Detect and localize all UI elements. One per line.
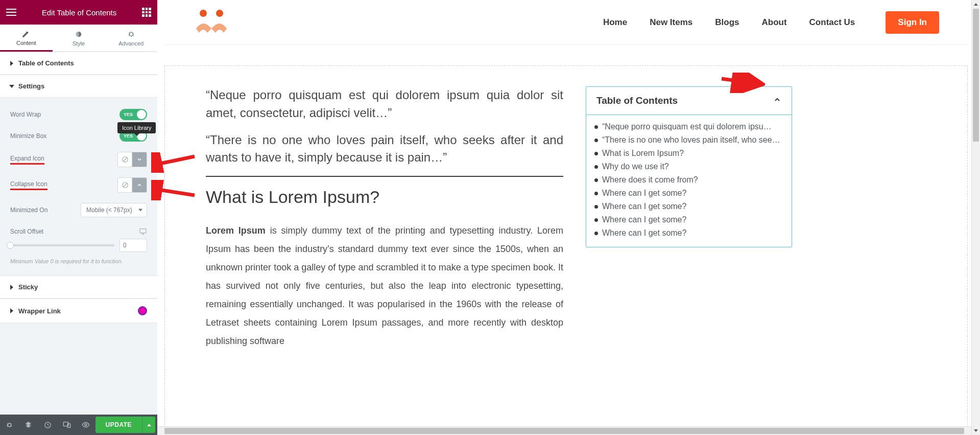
svg-point-10: [85, 424, 87, 426]
navigator-icon[interactable]: [19, 415, 38, 435]
nav-contact[interactable]: Contact Us: [809, 17, 855, 28]
toc-link: Where can I get some?: [602, 228, 686, 238]
minimized-on-select[interactable]: Mobile (< 767px): [81, 203, 147, 217]
caret-down-icon: [9, 85, 14, 88]
scroll-offset-label: Scroll Offset: [10, 228, 136, 235]
responsive-icon[interactable]: [57, 415, 76, 435]
tooltip-icon-library: Icon Library: [117, 122, 156, 133]
toc-item[interactable]: Where can I get some?: [594, 187, 783, 200]
word-wrap-toggle[interactable]: YES: [119, 109, 147, 120]
bullet-icon: [594, 205, 598, 209]
toc-item[interactable]: Where can I get some?: [594, 226, 783, 240]
nav-blogs[interactable]: Blogs: [715, 17, 739, 28]
svg-line-2: [123, 157, 127, 162]
toc-collapse-button[interactable]: [773, 96, 781, 106]
collapse-icon-button[interactable]: [132, 178, 147, 192]
section-wrapper-link[interactable]: Wrapper Link: [0, 299, 157, 323]
control-collapse-icon: Collapse Icon: [10, 172, 147, 198]
menu-icon[interactable]: [6, 9, 16, 16]
para-strong: Lorem Ipsum: [206, 225, 266, 236]
toc-title: Table of Contents: [596, 95, 678, 106]
update-dropdown[interactable]: [142, 417, 155, 433]
toc-link: Where can I get some?: [602, 215, 686, 224]
toc-link: Where can I get some?: [602, 202, 686, 211]
tab-content-label: Content: [16, 40, 36, 46]
toc-body: “Neque porro quisquam est qui dolorem ip…: [586, 115, 792, 247]
scroll-offset-hint: Minimum Value 0 is required for it to fu…: [10, 256, 147, 269]
scroll-offset-slider[interactable]: [10, 244, 114, 246]
scroll-up-button[interactable]: [972, 0, 980, 9]
plugin-badge-icon: [138, 306, 147, 315]
scroll-offset-input[interactable]: [119, 239, 147, 252]
scroll-down-button[interactable]: [972, 426, 980, 435]
toc-link: “There is no one who loves pain itself, …: [602, 135, 780, 145]
bullet-icon: [594, 165, 598, 169]
bullet-icon: [594, 218, 598, 222]
nav-about[interactable]: About: [762, 17, 787, 28]
update-button[interactable]: UPDATE: [95, 417, 142, 433]
toc-item[interactable]: “Neque porro quisquam est qui dolorem ip…: [594, 120, 783, 133]
update-button-group: UPDATE: [95, 417, 155, 433]
section-toc-label: Table of Contents: [18, 59, 74, 67]
settings-icon[interactable]: [0, 415, 19, 435]
scroll-thumb[interactable]: [973, 9, 979, 142]
expand-icon-button[interactable]: [132, 152, 147, 167]
toc-item[interactable]: What is Lorem Ipsum?: [594, 147, 783, 160]
section-toc[interactable]: Table of Contents: [0, 52, 157, 75]
section-wrapper-label: Wrapper Link: [18, 307, 61, 315]
toggle-yes-text-2: YES: [124, 133, 133, 139]
horizontal-scrollbar[interactable]: [157, 426, 971, 435]
chevron-up-icon: [773, 96, 781, 104]
svg-line-14: [155, 189, 195, 195]
quote-2: “There is no one who loves pain itself, …: [206, 131, 563, 167]
annotation-arrow-3: [719, 73, 765, 93]
bullet-icon: [594, 139, 598, 142]
bullet-icon: [594, 178, 598, 182]
svg-point-11: [200, 10, 207, 17]
tab-advanced-label: Advanced: [118, 40, 144, 47]
quote-1: “Neque porro quisquam est qui dolorem ip…: [206, 86, 563, 122]
slider-thumb[interactable]: [7, 242, 14, 249]
toc-item[interactable]: “There is no one who loves pain itself, …: [594, 133, 783, 147]
desktop-icon[interactable]: [139, 227, 147, 236]
history-icon[interactable]: [38, 415, 57, 435]
toc-link: Where does it come from?: [602, 175, 698, 185]
hscroll-thumb[interactable]: [164, 428, 964, 434]
logo-icon: [193, 8, 230, 37]
section-settings[interactable]: Settings: [0, 75, 157, 98]
style-icon: [75, 30, 83, 38]
panel-header: Edit Table of Contents: [0, 0, 157, 25]
toc-item[interactable]: Where can I get some?: [594, 200, 783, 213]
svg-rect-5: [140, 229, 146, 233]
section-sticky[interactable]: Sticky: [0, 276, 157, 299]
annotation-arrow-1: [151, 152, 197, 173]
nav-new-items[interactable]: New Items: [650, 17, 692, 28]
site-header: Home New Items Blogs About Contact Us Si…: [164, 0, 968, 45]
toc-link: Where can I get some?: [602, 189, 686, 198]
caret-right-icon: [10, 308, 13, 313]
preview-icon[interactable]: [76, 415, 95, 435]
site-logo[interactable]: [193, 8, 230, 37]
divider: [206, 176, 563, 177]
bullet-icon: [594, 192, 598, 195]
caret-right-icon: [10, 61, 13, 66]
nav-home[interactable]: Home: [603, 17, 627, 28]
control-scroll-offset: Scroll Offset: [10, 222, 147, 237]
bullet-icon: [594, 125, 598, 129]
expand-icon-none[interactable]: [118, 152, 132, 167]
bullet-icon: [594, 232, 598, 235]
toc-item[interactable]: Why do we use it?: [594, 160, 783, 173]
sign-in-button[interactable]: Sign In: [886, 11, 939, 34]
word-wrap-label: Word Wrap: [10, 111, 119, 118]
apps-icon[interactable]: [142, 8, 151, 17]
collapse-icon-none[interactable]: [118, 178, 132, 192]
tab-content[interactable]: Content: [0, 25, 53, 52]
chevron-up-icon: [136, 182, 142, 188]
control-minimized-on: Minimized On Mobile (< 767px): [10, 198, 147, 222]
vertical-scrollbar[interactable]: [971, 0, 980, 435]
toc-item[interactable]: Where can I get some?: [594, 213, 783, 226]
toc-item[interactable]: Where does it come from?: [594, 173, 783, 187]
tab-advanced[interactable]: Advanced: [105, 25, 157, 51]
svg-point-12: [216, 10, 223, 17]
tab-style[interactable]: Style: [53, 25, 105, 51]
